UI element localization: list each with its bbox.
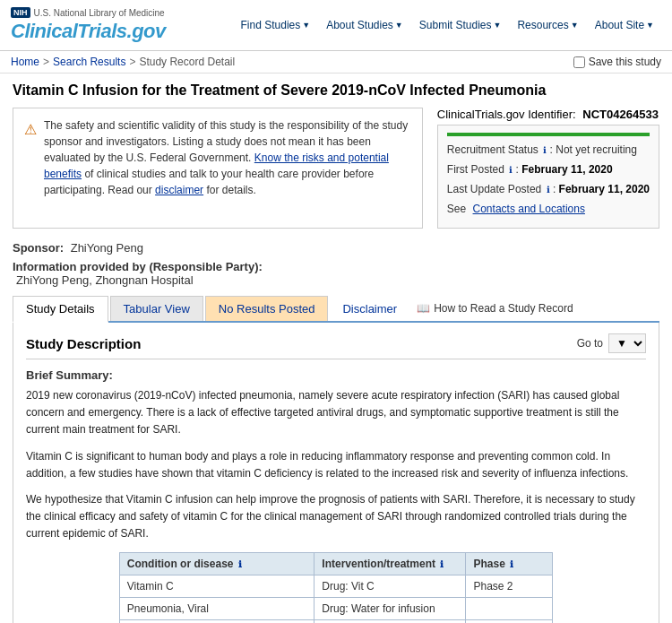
identifier-label: ClinicalTrials.gov Identifier: NCT042645… (437, 108, 659, 121)
study-title: Vitamin C Infusion for the Treatment of … (13, 82, 659, 99)
tab-how-to-read[interactable]: 📖 How to Read a Study Record (409, 297, 580, 320)
sponsor-value: ZhiYong Peng (71, 241, 143, 255)
tab-study-details[interactable]: Study Details (13, 296, 108, 323)
main-content: Vitamin C Infusion for the Treatment of … (0, 74, 672, 623)
brand-area: NIH U.S. National Library of Medicine Cl… (11, 7, 166, 43)
warning-icon: ⚠ (24, 119, 37, 219)
last-update-info-icon[interactable]: ℹ (547, 185, 550, 195)
recruitment-row: Recruitment Status ℹ : Not yet recruitin… (447, 142, 650, 158)
tab-tabular-view[interactable]: Tabular View (110, 296, 203, 321)
tab-no-results[interactable]: No Results Posted (205, 296, 329, 321)
recruitment-info-icon[interactable]: ℹ (543, 145, 547, 155)
goto-label: Go to (577, 337, 603, 350)
nav-about-site[interactable]: About Site ▼ (588, 15, 661, 35)
site-title-suffix: .gov (127, 20, 166, 42)
sponsor-label: Sponsor: (13, 241, 64, 255)
nav-find-studies[interactable]: Find Studies ▼ (234, 15, 318, 35)
responsible-party-row: Information provided by (Responsible Par… (13, 260, 659, 273)
col-header-condition: Condition or disease ℹ (119, 552, 314, 575)
brief-summary-p3: We hypothesize that Vitamin C infusion c… (26, 491, 646, 543)
contacts-link[interactable]: Contacts and Locations (473, 203, 585, 215)
about-site-arrow: ▼ (646, 21, 654, 30)
recruitment-value: Not yet recruiting (556, 143, 637, 156)
nih-badge: NIH (11, 7, 30, 18)
save-study-label: Save this study (589, 56, 661, 68)
condition-info-icon[interactable]: ℹ (238, 559, 242, 569)
breadcrumb-search-results[interactable]: Search Results (53, 56, 125, 68)
last-update-value: February 11, 2020 (559, 183, 650, 195)
first-posted-label: First Posted (447, 163, 504, 176)
section-title: Study Description (26, 336, 141, 351)
breadcrumb: Home > Search Results > Study Record Det… (11, 56, 235, 68)
warning-text: The safety and scientific validity of th… (44, 117, 411, 219)
contacts-row: See Contacts and Locations (447, 201, 650, 217)
recruitment-label: Recruitment Status (447, 143, 538, 156)
breadcrumb-bar: Home > Search Results > Study Record Det… (0, 51, 672, 74)
last-update-row: Last Update Posted ℹ : February 11, 2020 (447, 181, 650, 197)
tab-how-to-read-label: How to Read a Study Record (434, 302, 573, 315)
goto-control: Go to ▼ (577, 333, 646, 353)
identifier-value: NCT04264533 (582, 108, 659, 121)
brief-summary-p1: 2019 new coronavirus (2019-nCoV) infecte… (26, 387, 646, 439)
nav-resources[interactable]: Resources ▼ (510, 15, 585, 35)
save-study-checkbox[interactable] (573, 56, 585, 68)
study-content: Study Description Go to ▼ Brief Summary:… (13, 323, 659, 623)
warning-text-p3b: for details. (206, 184, 255, 196)
condition-3: Pneumonia, Ventilator-Associated (119, 619, 314, 623)
sponsor-section: Sponsor: ZhiYong Peng Information provid… (13, 241, 659, 287)
nih-logo: NIH U.S. National Library of Medicine (11, 7, 166, 18)
nlm-text: U.S. National Library of Medicine (34, 8, 165, 18)
table-row: Pneumonia, Ventilator-Associated (119, 619, 552, 623)
conditions-table: Condition or disease ℹ Intervention/trea… (119, 552, 553, 624)
green-bar (447, 133, 650, 136)
site-title[interactable]: ClinicalTrials.gov (11, 20, 166, 43)
tab-disclaimer[interactable]: Disclaimer (330, 297, 409, 321)
phase-3 (466, 619, 553, 623)
breadcrumb-sep-2: > (129, 56, 135, 68)
intervention-3 (314, 619, 466, 623)
responsible-party-value: ZhiYong Peng, Zhongnan Hospital (16, 273, 194, 287)
site-header: NIH U.S. National Library of Medicine Cl… (0, 0, 672, 51)
last-update-label: Last Update Posted (447, 183, 541, 195)
identifier-panel: Recruitment Status ℹ : Not yet recruitin… (437, 125, 659, 229)
find-studies-arrow: ▼ (302, 21, 310, 30)
responsible-party-label: Information provided by (Responsible Par… (13, 260, 263, 273)
table-row: Pneumonia, Viral Drug: Water for infusio… (119, 597, 552, 619)
nav-about-studies[interactable]: About Studies ▼ (319, 15, 410, 35)
first-posted-value: February 11, 2020 (521, 163, 612, 176)
breadcrumb-home[interactable]: Home (11, 56, 39, 68)
warning-box: ⚠ The safety and scientific validity of … (13, 108, 423, 229)
contacts-see-label: See (447, 203, 466, 215)
condition-2: Pneumonia, Viral (119, 597, 314, 619)
col-header-intervention: Intervention/treatment ℹ (314, 552, 466, 575)
breadcrumb-current: Study Record Detail (139, 56, 235, 68)
disclaimer-link[interactable]: disclaimer (155, 184, 203, 196)
first-posted-row: First Posted ℹ : February 11, 2020 (447, 161, 650, 177)
main-nav: Find Studies ▼ About Studies ▼ Submit St… (234, 15, 661, 35)
site-title-main: ClinicalTrials (11, 20, 127, 42)
col-header-phase: Phase ℹ (466, 552, 553, 575)
phase-info-icon[interactable]: ℹ (510, 559, 513, 569)
nav-submit-studies[interactable]: Submit Studies ▼ (412, 15, 509, 35)
tabs-bar: Study Details Tabular View No Results Po… (13, 296, 659, 323)
table-row: Vitamin C Drug: Vit C Phase 2 (119, 575, 552, 597)
intervention-info-icon[interactable]: ℹ (440, 559, 444, 569)
content-layout: ⚠ The safety and scientific validity of … (13, 108, 659, 229)
about-studies-arrow: ▼ (395, 21, 403, 30)
identifier-box: ClinicalTrials.gov Identifier: NCT042645… (437, 108, 659, 229)
condition-1: Vitamin C (119, 575, 314, 597)
goto-select[interactable]: ▼ (608, 333, 646, 353)
responsible-party-value-row: ZhiYong Peng, Zhongnan Hospital (16, 273, 659, 287)
first-posted-info-icon[interactable]: ℹ (509, 165, 513, 175)
intervention-1: Drug: Vit C (314, 575, 466, 597)
last-update-sep: : (553, 183, 559, 195)
intervention-2: Drug: Water for infusion (314, 597, 466, 619)
save-study-control[interactable]: Save this study (573, 56, 661, 68)
phase-1: Phase 2 (466, 575, 553, 597)
breadcrumb-sep-1: > (43, 56, 49, 68)
brief-summary-p2: Vitamin C is significant to human body a… (26, 448, 646, 482)
book-icon: 📖 (417, 302, 430, 315)
phase-2 (466, 597, 553, 619)
submit-studies-arrow: ▼ (494, 21, 502, 30)
brief-summary-label: Brief Summary: (26, 368, 646, 382)
